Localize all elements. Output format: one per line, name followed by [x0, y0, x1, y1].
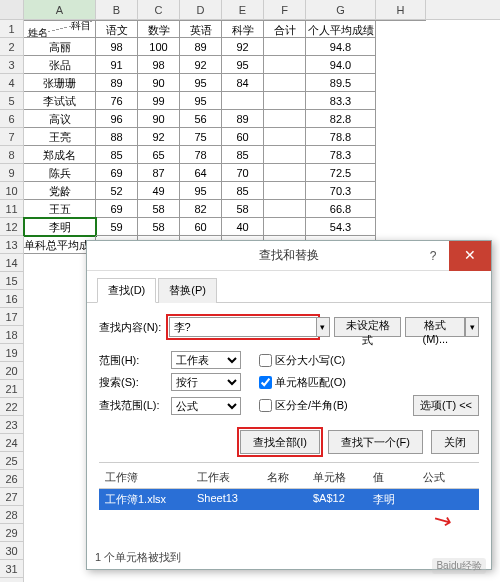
cell[interactable]: 96: [96, 110, 138, 128]
row-header[interactable]: 6: [0, 110, 24, 128]
cell[interactable]: [264, 56, 306, 74]
cell[interactable]: 85: [222, 182, 264, 200]
cell[interactable]: 70: [222, 164, 264, 182]
scope-select[interactable]: 工作表: [171, 351, 241, 369]
cell[interactable]: 56: [180, 110, 222, 128]
cell[interactable]: 91: [96, 56, 138, 74]
row-header[interactable]: 28: [0, 506, 24, 524]
cell[interactable]: 92: [138, 128, 180, 146]
cell[interactable]: 95: [180, 74, 222, 92]
cell[interactable]: [264, 218, 306, 236]
match-width-check[interactable]: 区分全/半角(B): [259, 398, 348, 413]
cell[interactable]: 72.5: [306, 164, 376, 182]
row-header[interactable]: 8: [0, 146, 24, 164]
row-header[interactable]: 16: [0, 290, 24, 308]
search-select[interactable]: 按行: [171, 373, 241, 391]
cell[interactable]: 数学: [138, 20, 180, 38]
cell[interactable]: 78: [180, 146, 222, 164]
cell[interactable]: 82.8: [306, 110, 376, 128]
cell[interactable]: 95: [180, 182, 222, 200]
cell[interactable]: [264, 110, 306, 128]
row-header[interactable]: 15: [0, 272, 24, 290]
row-header[interactable]: 32: [0, 578, 24, 582]
cell[interactable]: 40: [222, 218, 264, 236]
row-header[interactable]: 31: [0, 560, 24, 578]
close-icon[interactable]: ✕: [449, 241, 491, 271]
cell[interactable]: 92: [222, 38, 264, 56]
cell[interactable]: 75: [180, 128, 222, 146]
cell[interactable]: 王亮: [24, 128, 96, 146]
cell[interactable]: 70.3: [306, 182, 376, 200]
row-header[interactable]: 27: [0, 488, 24, 506]
cell[interactable]: 100: [138, 38, 180, 56]
cell[interactable]: 陈兵: [24, 164, 96, 182]
cell[interactable]: 88: [96, 128, 138, 146]
cell[interactable]: [264, 146, 306, 164]
cell[interactable]: 78.8: [306, 128, 376, 146]
row-header[interactable]: 7: [0, 128, 24, 146]
cell[interactable]: 76: [96, 92, 138, 110]
cell[interactable]: 58: [222, 200, 264, 218]
cell[interactable]: 83.3: [306, 92, 376, 110]
find-next-button[interactable]: 查找下一个(F): [328, 430, 423, 454]
cell[interactable]: 99: [138, 92, 180, 110]
row-header[interactable]: 4: [0, 74, 24, 92]
cell[interactable]: 95: [180, 92, 222, 110]
cell[interactable]: [222, 92, 264, 110]
cell[interactable]: 李试试: [24, 92, 96, 110]
row-header[interactable]: 20: [0, 362, 24, 380]
find-input[interactable]: [169, 317, 317, 337]
cell[interactable]: 科学: [222, 20, 264, 38]
row-header[interactable]: 12: [0, 218, 24, 236]
lookin-select[interactable]: 公式: [171, 397, 241, 415]
tab-find[interactable]: 查找(D): [97, 278, 156, 303]
cell[interactable]: 89: [222, 110, 264, 128]
row-header[interactable]: 13: [0, 236, 24, 254]
cell[interactable]: 89: [96, 74, 138, 92]
row-header[interactable]: 17: [0, 308, 24, 326]
cell[interactable]: 54.3: [306, 218, 376, 236]
col-D[interactable]: D: [180, 0, 222, 19]
cell[interactable]: [264, 74, 306, 92]
col-H[interactable]: H: [376, 0, 426, 19]
dialog-title-bar[interactable]: 查找和替换 ? ✕: [87, 241, 491, 271]
row-header[interactable]: 1: [0, 20, 24, 38]
row-header[interactable]: 9: [0, 164, 24, 182]
row-header[interactable]: 24: [0, 434, 24, 452]
cell[interactable]: 98: [96, 38, 138, 56]
format-dropdown-icon[interactable]: ▾: [465, 317, 479, 337]
cell[interactable]: 64: [180, 164, 222, 182]
cell[interactable]: 98: [138, 56, 180, 74]
cell[interactable]: 李明: [24, 218, 96, 236]
cell[interactable]: [264, 128, 306, 146]
cell[interactable]: 92: [180, 56, 222, 74]
find-dropdown-icon[interactable]: ▾: [317, 317, 331, 337]
cell[interactable]: [264, 182, 306, 200]
close-button[interactable]: 关闭: [431, 430, 479, 454]
tab-replace[interactable]: 替换(P): [158, 278, 217, 303]
cell[interactable]: 69: [96, 164, 138, 182]
row-header[interactable]: 5: [0, 92, 24, 110]
cell[interactable]: 高丽: [24, 38, 96, 56]
cell[interactable]: [264, 38, 306, 56]
cell[interactable]: 张珊珊: [24, 74, 96, 92]
row-header[interactable]: 14: [0, 254, 24, 272]
row-header[interactable]: 22: [0, 398, 24, 416]
cell[interactable]: 60: [180, 218, 222, 236]
cell[interactable]: 王五: [24, 200, 96, 218]
cell[interactable]: 82: [180, 200, 222, 218]
col-A[interactable]: A: [24, 0, 96, 19]
cell[interactable]: 69: [96, 200, 138, 218]
cell[interactable]: 89: [180, 38, 222, 56]
cell[interactable]: 58: [138, 200, 180, 218]
col-F[interactable]: F: [264, 0, 306, 19]
row-header[interactable]: 18: [0, 326, 24, 344]
row-header[interactable]: 21: [0, 380, 24, 398]
cell[interactable]: 58: [138, 218, 180, 236]
match-case-check[interactable]: 区分大小写(C): [259, 353, 345, 368]
cell[interactable]: 89.5: [306, 74, 376, 92]
row-header[interactable]: 30: [0, 542, 24, 560]
cell[interactable]: 94.8: [306, 38, 376, 56]
row-header[interactable]: 11: [0, 200, 24, 218]
help-icon[interactable]: ?: [419, 241, 447, 271]
